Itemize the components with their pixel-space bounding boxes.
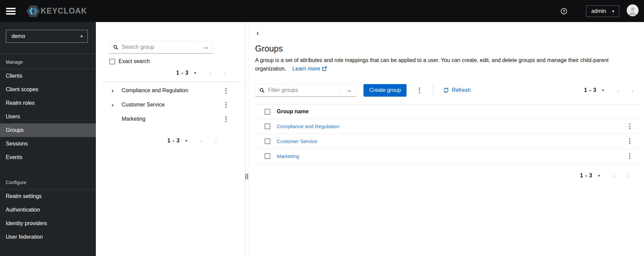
divider: [103, 82, 242, 82]
tree-item-label[interactable]: Customer Service: [122, 102, 223, 108]
row-kebab-menu-icon[interactable]: [627, 151, 632, 161]
toolbar-kebab-menu-icon[interactable]: [417, 85, 422, 95]
tree-pagination-top: 1 - 3 ▾ ‹ ›: [96, 69, 226, 76]
group-search: →: [109, 41, 213, 54]
table-pagination-top: 1 - 3 ▾ ‹ ›: [584, 87, 634, 94]
page-description: A group is a set of attributes and role …: [255, 56, 639, 73]
pagination-menu-caret-icon[interactable]: ▾: [602, 88, 604, 92]
chevron-down-icon: ▾: [612, 9, 614, 13]
svg-text:?: ?: [563, 9, 565, 13]
filter-groups-search: →: [255, 84, 357, 97]
expand-chevron-icon[interactable]: ›: [111, 101, 122, 109]
group-name-link[interactable]: Marketing: [277, 153, 299, 159]
external-link-icon: [322, 66, 327, 71]
sidebar-item-user-federation[interactable]: User federation: [0, 230, 96, 244]
page-title: Groups: [255, 44, 639, 54]
tree-pagination-bottom: 1 - 3 ▾ ‹ ›: [96, 137, 217, 144]
keycloak-logo[interactable]: KEYCLOAK: [26, 5, 87, 17]
pagination-range[interactable]: 1 - 3: [167, 138, 180, 144]
search-group-input[interactable]: [118, 41, 198, 53]
kebab-menu-icon[interactable]: [223, 85, 229, 96]
filter-submit-button[interactable]: →: [341, 84, 356, 96]
sidebar-item-users[interactable]: Users: [0, 110, 96, 123]
pagination-menu-caret-icon[interactable]: ▾: [194, 71, 196, 75]
pagination-prev-button[interactable]: ‹: [200, 137, 203, 144]
sidebar-item-events[interactable]: Events: [0, 151, 96, 164]
group-name-link[interactable]: Compliance and Regulation: [277, 123, 339, 129]
row-checkbox[interactable]: [265, 138, 270, 144]
divider: [433, 84, 433, 96]
create-group-button[interactable]: Create group: [363, 84, 407, 97]
table-pagination-bottom: 1 - 3 ▾ ‹ ›: [255, 172, 630, 179]
sidebar-item-authentication[interactable]: Authentication: [0, 203, 96, 217]
pagination-menu-caret-icon[interactable]: ▾: [598, 174, 600, 178]
table-row: Marketing: [255, 149, 639, 164]
user-menu-dropdown[interactable]: admin ▾: [586, 5, 619, 17]
username: admin: [591, 8, 606, 14]
pagination-prev-button[interactable]: ‹: [617, 87, 619, 94]
pagination-prev-button[interactable]: ‹: [613, 172, 615, 179]
pagination-next-button[interactable]: ›: [224, 69, 226, 76]
refresh-icon: [443, 87, 449, 93]
row-kebab-menu-icon[interactable]: [627, 136, 632, 146]
exact-search-label: Exact search: [119, 58, 150, 64]
tree-item: › Marketing: [96, 112, 245, 126]
search-icon: [109, 41, 118, 53]
nav-toggle-hamburger-icon[interactable]: [6, 8, 16, 15]
row-checkbox[interactable]: [265, 123, 270, 129]
filter-groups-input[interactable]: [265, 84, 341, 96]
table-row: Customer Service: [255, 134, 639, 149]
column-header-group-name: Group name: [277, 109, 309, 115]
tree-item-label[interactable]: Marketing: [122, 116, 223, 122]
avatar[interactable]: [627, 4, 639, 18]
splitter-drag-handle-icon[interactable]: [246, 174, 248, 179]
expand-chevron-icon[interactable]: ›: [111, 87, 122, 94]
nav-section-manage: Manage: [0, 54, 96, 69]
kebab-menu-icon[interactable]: [223, 100, 229, 110]
table-row: Compliance and Regulation: [255, 119, 639, 134]
groups-main-panel: ‹ Groups A group is a set of attributes …: [248, 22, 644, 256]
nav-section-configure: Configure: [0, 174, 96, 189]
row-checkbox[interactable]: [265, 153, 270, 159]
row-kebab-menu-icon[interactable]: [627, 121, 632, 132]
pagination-range[interactable]: 1 - 3: [176, 70, 189, 76]
tree-item: › Customer Service: [96, 98, 245, 112]
table-header-row: Group name: [255, 104, 639, 119]
sidebar-item-realm-roles[interactable]: Realm roles: [0, 96, 96, 110]
refresh-button[interactable]: Refresh: [443, 87, 471, 93]
kebab-menu-icon[interactable]: [223, 114, 229, 124]
pagination-next-button[interactable]: ›: [215, 137, 217, 144]
pagination-menu-caret-icon[interactable]: ▾: [185, 139, 187, 143]
pagination-prev-button[interactable]: ‹: [209, 69, 211, 76]
learn-more-link[interactable]: Learn more: [292, 66, 327, 72]
realm-selector[interactable]: demo ▾: [6, 30, 88, 43]
pagination-range[interactable]: 1 - 3: [584, 87, 597, 93]
group-name-link[interactable]: Customer Service: [277, 138, 317, 144]
masthead: KEYCLOAK ? admin ▾: [0, 0, 644, 22]
sidebar-item-groups[interactable]: Groups: [0, 123, 96, 137]
pagination-range[interactable]: 1 - 3: [580, 173, 593, 179]
panel-splitter: [245, 22, 248, 256]
collapse-drawer-chevron-icon[interactable]: ‹: [255, 30, 260, 36]
sidebar: demo ▾ Manage Clients Client scopes Real…: [0, 22, 96, 256]
pagination-next-button[interactable]: ›: [627, 172, 630, 179]
sidebar-item-sessions[interactable]: Sessions: [0, 137, 96, 151]
chevron-down-icon: ▾: [81, 34, 83, 38]
group-tree: › Compliance and Regulation › Customer S…: [96, 83, 245, 126]
realm-name: demo: [12, 33, 25, 39]
brand-text: KEYCLOAK: [41, 6, 87, 16]
search-icon: [255, 84, 265, 96]
pagination-next-button[interactable]: ›: [631, 87, 634, 94]
group-tree-panel: → Exact search 1 - 3 ▾ ‹ › › Compliance …: [96, 22, 245, 256]
sidebar-item-identity-providers[interactable]: Identity providers: [0, 217, 96, 230]
sidebar-item-clients[interactable]: Clients: [0, 69, 96, 83]
sidebar-item-realm-settings[interactable]: Realm settings: [0, 190, 96, 203]
groups-table: Group name Compliance and Regulation Cus…: [255, 104, 639, 164]
search-submit-button[interactable]: →: [198, 41, 213, 53]
help-icon[interactable]: ?: [560, 8, 568, 15]
sidebar-item-client-scopes[interactable]: Client scopes: [0, 83, 96, 96]
tree-item-label[interactable]: Compliance and Regulation: [122, 87, 223, 94]
exact-search-checkbox[interactable]: [109, 59, 115, 64]
tree-item: › Compliance and Regulation: [96, 83, 245, 98]
select-all-checkbox[interactable]: [265, 109, 270, 115]
